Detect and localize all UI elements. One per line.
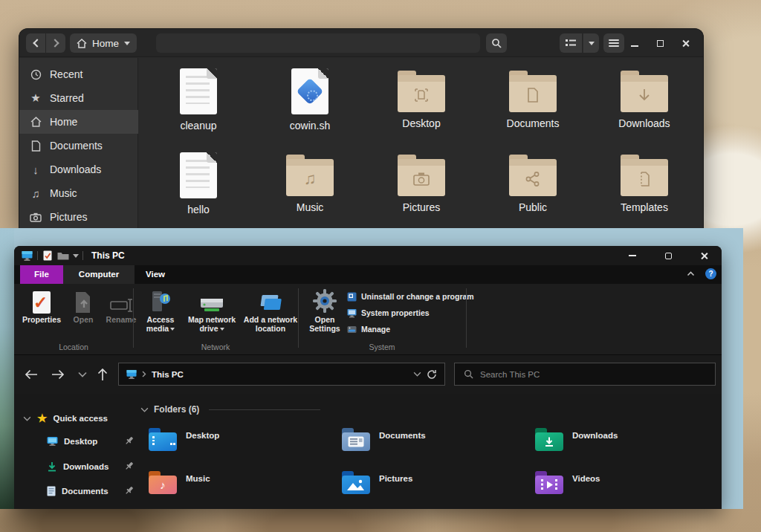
camera-icon [30, 211, 42, 223]
home-icon [30, 116, 42, 128]
nav-item-documents[interactable]: Documents [47, 486, 109, 496]
dropdown-icon [170, 328, 175, 331]
maximize-button[interactable] [651, 34, 669, 52]
documents-mini-icon [47, 486, 56, 496]
map-drive-icon [198, 287, 225, 314]
sidebar-item-documents[interactable]: Documents [19, 134, 138, 158]
qat-dropdown-icon[interactable] [73, 254, 79, 258]
sidebar-item-downloads[interactable]: ↓ Downloads [19, 158, 138, 181]
ribbon-tab-row: File Computer View ? [14, 265, 722, 284]
tab-file[interactable]: File [20, 265, 63, 284]
pin-icon[interactable] [124, 485, 135, 496]
help-button[interactable]: ? [705, 268, 716, 279]
nav-item-downloads[interactable]: Downloads [47, 461, 109, 472]
qat-properties-icon[interactable] [43, 250, 52, 261]
folder-item-desktop[interactable]: Desktop [366, 68, 477, 152]
nav-back-button[interactable] [22, 366, 41, 383]
folder-item-templates[interactable]: Templates [589, 152, 700, 236]
folder-emblem-camera-icon [412, 171, 431, 187]
access-media-icon [149, 287, 172, 314]
file-item-cleanup[interactable]: cleanup [143, 68, 254, 152]
folder-emblem-share-icon [524, 170, 542, 188]
this-pc-icon [22, 250, 33, 261]
file-item-cowin-sh[interactable]: cowin.sh [254, 68, 366, 152]
add-network-location-button[interactable]: Add a network location [243, 287, 298, 333]
explorer-item-desktop[interactable]: Desktop [149, 428, 219, 451]
pin-icon[interactable] [124, 435, 135, 446]
sidebar-item-home[interactable]: Home [19, 110, 138, 134]
sidebar-item-recent[interactable]: Recent [19, 62, 138, 86]
sidebar-item-label: Music [50, 187, 77, 199]
tab-view[interactable]: View [135, 265, 176, 284]
minimize-button[interactable] [618, 246, 647, 265]
gnome-headerbar[interactable]: Home [19, 29, 703, 57]
windows-titlebar[interactable]: This PC [14, 246, 722, 265]
explorer-item-pictures[interactable]: Pictures [342, 471, 412, 494]
pin-icon[interactable] [124, 461, 135, 471]
file-name: hello [187, 204, 210, 215]
back-button[interactable] [26, 33, 45, 53]
desktop-screenshot: Home Recent ★ Starred [0, 0, 761, 532]
properties-button[interactable]: ✓ Properties [20, 287, 63, 324]
search-box[interactable] [454, 363, 716, 386]
explorer-item-downloads[interactable]: Downloads [535, 428, 618, 451]
rename-icon [109, 287, 134, 314]
sidebar-item-label: Home [50, 116, 77, 128]
open-settings-button[interactable]: Open Settings [304, 287, 346, 333]
sidebar-item-music[interactable]: ♫ Music [19, 181, 138, 205]
nav-up-button[interactable] [93, 366, 112, 383]
folder-item-documents[interactable]: Documents [477, 68, 589, 152]
breadcrumb-label: Home [92, 38, 119, 49]
pictures-folder-icon [342, 471, 370, 494]
close-button[interactable] [676, 34, 694, 52]
explorer-item-documents[interactable]: Documents [342, 428, 426, 451]
menu-button[interactable] [603, 33, 624, 53]
map-network-drive-button[interactable]: Map network drive [184, 287, 240, 333]
folder-item-pictures[interactable]: Pictures [366, 152, 477, 236]
folder-emblem-music-icon: ♫ [304, 169, 317, 189]
collapse-ribbon-icon[interactable] [687, 270, 695, 278]
nav-item-desktop[interactable]: Desktop [47, 436, 97, 446]
folders-section-header[interactable]: Folders (6) [140, 404, 320, 415]
nav-forward-button[interactable] [48, 366, 68, 383]
view-options-button[interactable] [583, 33, 599, 53]
sidebar-item-label: Recent [50, 68, 82, 80]
maximize-icon [657, 40, 664, 47]
close-button[interactable] [689, 246, 719, 265]
home-icon [77, 39, 87, 48]
minimize-button[interactable] [626, 34, 644, 52]
file-name: Music [297, 201, 324, 213]
sidebar-item-starred[interactable]: ★ Starred [19, 86, 138, 110]
nav-quick-access[interactable]: ★ Quick access [23, 412, 108, 425]
tab-computer[interactable]: Computer [63, 265, 135, 284]
open-button[interactable]: Open [66, 287, 100, 324]
explorer-item-videos[interactable]: Videos [535, 471, 600, 494]
address-bar[interactable]: This PC [118, 363, 445, 386]
pathbar-area[interactable] [156, 33, 480, 53]
folder-item-downloads[interactable]: Downloads [589, 68, 700, 152]
manage-button[interactable]: Manage [347, 322, 390, 336]
nav-recent-dropdown[interactable] [73, 366, 92, 383]
breadcrumb[interactable]: Home [70, 33, 137, 53]
search-button[interactable] [486, 33, 507, 53]
search-input[interactable] [480, 370, 706, 379]
hamburger-icon [609, 39, 619, 47]
folder-item-music[interactable]: ♫ Music [254, 152, 366, 236]
qat-folder-icon[interactable] [57, 251, 69, 260]
forward-button[interactable] [46, 33, 65, 53]
maximize-icon [665, 253, 672, 259]
access-media-button[interactable]: Access media [140, 287, 181, 333]
folder-emblem-document-icon [525, 86, 541, 104]
uninstall-program-button[interactable]: Uninstall or change a program [347, 290, 474, 303]
explorer-item-music[interactable]: ♪ Music [149, 471, 210, 494]
window-title: This PC [91, 246, 125, 265]
maximize-button[interactable] [653, 246, 683, 265]
rename-button[interactable]: Rename [100, 287, 142, 324]
folder-item-public[interactable]: Public [477, 152, 589, 236]
refresh-icon[interactable] [427, 369, 437, 380]
address-dropdown-icon[interactable] [413, 372, 421, 377]
view-toggle-button[interactable] [560, 33, 582, 53]
sidebar-item-pictures[interactable]: Pictures [19, 205, 138, 229]
file-item-hello[interactable]: hello [143, 152, 254, 236]
system-properties-button[interactable]: System properties [347, 306, 430, 319]
